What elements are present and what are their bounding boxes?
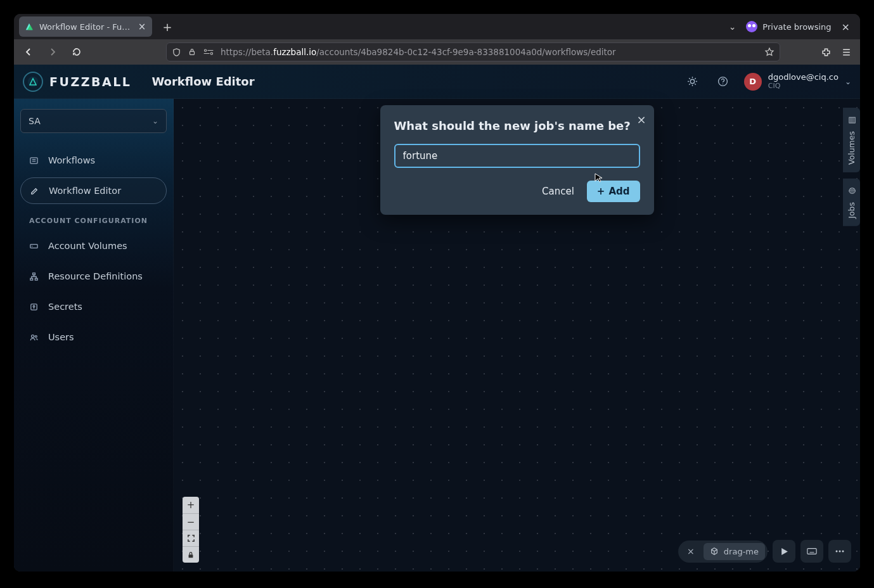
tab-title: Workflow Editor - Fuzzba bbox=[39, 22, 132, 32]
drag-label: drag-me bbox=[724, 547, 759, 556]
edit-icon bbox=[30, 186, 41, 196]
sidebar-item-secrets[interactable]: Secrets bbox=[20, 293, 167, 320]
svg-line-17 bbox=[695, 84, 696, 85]
tab-close-icon[interactable]: × bbox=[137, 22, 147, 32]
panel-tab-jobs[interactable]: Jobs ◍ bbox=[843, 179, 860, 226]
add-label: Add bbox=[608, 186, 629, 197]
svg-point-11 bbox=[691, 79, 695, 83]
job-name-input[interactable] bbox=[394, 144, 640, 168]
zoom-controls: + − bbox=[183, 497, 199, 563]
svg-point-44 bbox=[839, 551, 841, 553]
page-title: Workflow Editor bbox=[151, 75, 254, 88]
shield-icon bbox=[172, 48, 181, 57]
cube-icon: ◍ bbox=[847, 186, 856, 196]
svg-point-34 bbox=[35, 335, 37, 337]
sidebar-item-resource-definitions[interactable]: Resource Definitions bbox=[20, 263, 167, 290]
svg-point-26 bbox=[32, 245, 33, 246]
cursor-icon bbox=[593, 172, 605, 183]
keyboard-button[interactable] bbox=[800, 540, 823, 563]
more-button[interactable] bbox=[828, 540, 851, 563]
theme-toggle-icon[interactable] bbox=[683, 72, 702, 91]
lock-icon bbox=[188, 48, 196, 56]
brand-logo[interactable]: FUZZBALL bbox=[23, 72, 131, 92]
volume-icon: ▤ bbox=[847, 115, 856, 125]
editor-canvas[interactable]: Volumes ▤ Jobs ◍ + − bbox=[174, 99, 860, 572]
app-header: FUZZBALL Workflow Editor D dgodlove@ciq.… bbox=[14, 65, 860, 99]
sidebar-item-workflow-editor[interactable]: Workflow Editor bbox=[20, 177, 167, 204]
drive-icon bbox=[29, 241, 41, 251]
tab-favicon bbox=[24, 22, 34, 32]
svg-point-43 bbox=[836, 551, 838, 553]
user-menu[interactable]: D dgodlove@ciq.co CIQ ⌄ bbox=[744, 73, 851, 91]
dismiss-drag-icon[interactable]: × bbox=[684, 546, 697, 556]
svg-rect-2 bbox=[190, 51, 195, 54]
drag-node-pill: × drag-me bbox=[678, 540, 768, 563]
new-job-modal: × What should the new job's name be? Can… bbox=[380, 105, 654, 215]
browser-tab-bar: Workflow Editor - Fuzzba × + ⌄ Private b… bbox=[14, 14, 860, 39]
chevron-down-icon: ⌄ bbox=[152, 117, 158, 125]
avatar: D bbox=[744, 73, 762, 91]
mask-icon bbox=[746, 21, 757, 32]
account-selector[interactable]: SA ⌄ bbox=[20, 109, 167, 133]
private-browsing-indicator: Private browsing bbox=[746, 21, 831, 32]
canvas-bottom-bar: × drag-me bbox=[678, 540, 851, 563]
sidebar-item-users[interactable]: Users bbox=[20, 324, 167, 350]
sidebar-item-label: Workflow Editor bbox=[49, 186, 121, 196]
plus-icon: + bbox=[597, 186, 605, 197]
svg-rect-29 bbox=[35, 278, 37, 280]
brand-text: FUZZBALL bbox=[49, 75, 131, 89]
chevron-down-icon: ⌄ bbox=[845, 77, 851, 86]
sidebar-item-account-volumes[interactable]: Account Volumes bbox=[20, 233, 167, 259]
cancel-button[interactable]: Cancel bbox=[536, 181, 581, 202]
svg-rect-37 bbox=[807, 549, 816, 554]
browser-tab[interactable]: Workflow Editor - Fuzzba × bbox=[19, 16, 152, 37]
private-label: Private browsing bbox=[762, 22, 831, 32]
sitemap-icon bbox=[29, 272, 41, 281]
svg-marker-10 bbox=[30, 79, 36, 85]
permissions-icon bbox=[203, 48, 214, 56]
user-org: CIQ bbox=[768, 82, 839, 90]
hamburger-menu-icon[interactable] bbox=[837, 43, 855, 61]
sidebar-section-heading: ACCOUNT CONFIGURATION bbox=[20, 208, 167, 229]
run-button[interactable] bbox=[773, 540, 795, 563]
reload-button[interactable] bbox=[67, 42, 86, 61]
extensions-icon[interactable] bbox=[817, 43, 835, 61]
sidebar-item-label: Resource Definitions bbox=[48, 271, 143, 281]
address-bar[interactable]: https://beta.fuzzball.io/accounts/4ba982… bbox=[166, 42, 780, 61]
svg-point-33 bbox=[32, 335, 34, 337]
sidebar-item-label: Workflows bbox=[48, 155, 95, 165]
svg-point-5 bbox=[210, 53, 212, 54]
zoom-out-button[interactable]: − bbox=[183, 513, 199, 530]
svg-rect-35 bbox=[189, 554, 193, 558]
drag-chip[interactable]: drag-me bbox=[704, 543, 765, 560]
window-close-icon[interactable]: × bbox=[842, 21, 850, 33]
sidebar-item-workflows[interactable]: Workflows bbox=[20, 147, 167, 174]
user-email: dgodlove@ciq.co bbox=[768, 73, 839, 82]
zoom-in-button[interactable]: + bbox=[183, 497, 199, 513]
account-selector-value: SA bbox=[29, 116, 41, 126]
bookmark-star-icon[interactable] bbox=[764, 47, 774, 57]
sidebar-item-label: Account Volumes bbox=[48, 241, 127, 251]
svg-line-18 bbox=[689, 84, 690, 85]
svg-rect-27 bbox=[33, 272, 35, 274]
zoom-fit-button[interactable] bbox=[183, 530, 199, 546]
back-button[interactable] bbox=[19, 42, 38, 61]
tabs-list-button[interactable]: ⌄ bbox=[729, 22, 736, 32]
svg-line-16 bbox=[689, 78, 690, 79]
new-tab-button[interactable]: + bbox=[158, 18, 176, 35]
forward-button[interactable] bbox=[43, 42, 62, 61]
svg-point-21 bbox=[723, 84, 723, 84]
modal-close-icon[interactable]: × bbox=[636, 113, 646, 126]
logo-mark-icon bbox=[23, 72, 43, 92]
sidebar-item-label: Secrets bbox=[48, 302, 82, 312]
help-icon[interactable] bbox=[714, 72, 733, 91]
svg-rect-28 bbox=[30, 278, 33, 280]
panel-tab-volumes[interactable]: Volumes ▤ bbox=[843, 108, 860, 172]
key-icon bbox=[29, 302, 41, 312]
sidebar: SA ⌄ Workflows Workflow Editor bbox=[14, 99, 174, 572]
add-button[interactable]: + Add bbox=[587, 181, 640, 202]
sidebar-item-label: Users bbox=[48, 332, 74, 342]
cube-icon bbox=[710, 547, 719, 556]
zoom-lock-button[interactable] bbox=[183, 546, 199, 563]
users-icon bbox=[29, 333, 41, 342]
